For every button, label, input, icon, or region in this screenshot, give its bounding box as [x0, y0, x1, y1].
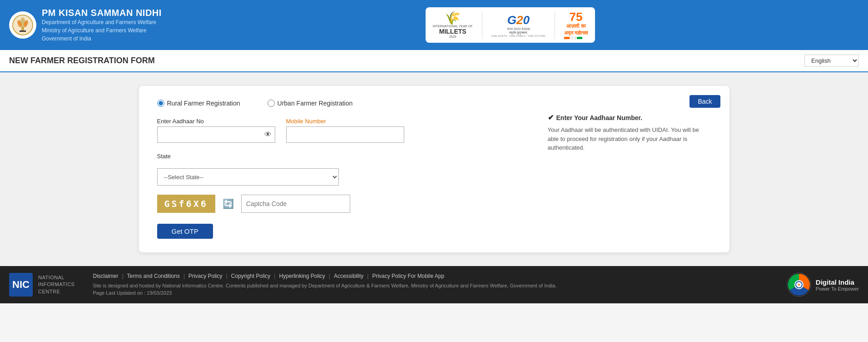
digital-india-tagline: Power To Empower — [816, 286, 859, 292]
g20-sub2: वसुधैव कुटुम्बकम् — [491, 31, 546, 35]
site-title: PM KISAN SAMMAN NIDHI — [42, 8, 162, 18]
aadhaar-input[interactable] — [157, 126, 275, 143]
captcha-image: GSf6X6 — [157, 195, 215, 213]
g20-logo: G20 भारत 2023 INDIA वसुधैव कुटुम्बकम् ON… — [491, 13, 546, 37]
mobile-input[interactable] — [286, 126, 404, 143]
g20-text: G20 — [491, 13, 546, 27]
footer-link-hyperlinking[interactable]: Hyperlinking Policy — [279, 273, 325, 279]
svg-rect-5 — [20, 30, 26, 32]
nic-section: NIC NATIONAL INFORMATICS CENTRE — [9, 273, 74, 297]
footer-link-copyright[interactable]: Copyright Policy — [231, 273, 271, 279]
site-footer: NIC NATIONAL INFORMATICS CENTRE Disclaim… — [0, 266, 868, 303]
divider — [482, 11, 482, 39]
dept-line1: Department of Agriculture and Farmers We… — [42, 18, 162, 26]
azadi-logo: 75 आज़ादी का अमृत महोत्सव — [564, 11, 588, 39]
footer-info-line1: Site is designed and hosted by National … — [93, 282, 768, 290]
captcha-row: GSf6X6 🔄 — [157, 195, 711, 213]
nic-badge: NIC — [9, 273, 33, 297]
info-title-row: ✔ Enter Your Aadhaar Number. — [548, 113, 702, 122]
azadi-text: आज़ादी का अमृत महोत्सव — [564, 23, 588, 36]
aadhaar-label: Enter Aadhaar No — [157, 118, 275, 125]
aadhaar-mobile-section: Enter Aadhaar No 👁 Mobile Number — [157, 118, 439, 143]
digital-india-name: Digital India — [816, 278, 859, 286]
eye-icon[interactable]: 👁 — [264, 131, 272, 139]
footer-link-accessibility[interactable]: Accessibility — [334, 273, 363, 279]
footer-link-privacy[interactable]: Privacy Policy — [188, 273, 223, 279]
emblem-icon — [9, 11, 36, 39]
g20-tagline: ONE EARTH · ONE FAMILY · ONE FUTURE — [491, 35, 546, 37]
footer-link-mobile-privacy[interactable]: Privacy Policy For Mobile App — [372, 273, 444, 279]
urban-label: Urban Farmer Registration — [278, 100, 353, 107]
footer-link-terms[interactable]: Terms and Conditions — [127, 273, 180, 279]
aadhaar-field-group: Enter Aadhaar No 👁 — [157, 118, 275, 143]
site-title-block: PM KISAN SAMMAN NIDHI Department of Agri… — [42, 8, 162, 43]
banner-logos: 🌾 INTERNATIONAL YEAR OF MILLETS 2023 G20… — [426, 7, 595, 43]
urban-radio[interactable] — [268, 100, 275, 107]
footer-links: Disclaimer | Terms and Conditions | Priv… — [93, 273, 768, 279]
captcha-input[interactable] — [241, 195, 350, 213]
registration-type-row: Rural Farmer Registration Urban Farmer R… — [157, 100, 711, 107]
site-header: PM KISAN SAMMAN NIDHI Department of Agri… — [0, 0, 868, 50]
mobile-field-group: Mobile Number — [286, 118, 404, 143]
checkmark-icon: ✔ — [548, 113, 554, 122]
footer-link-disclaimer[interactable]: Disclaimer — [93, 273, 118, 279]
rural-label: Rural Farmer Registration — [167, 100, 240, 107]
dept-line3: Government of India — [42, 35, 162, 43]
millets-label: INTERNATIONAL YEAR OF — [433, 25, 473, 28]
dept-line2: Ministry of Agriculture and Farmers Welf… — [42, 26, 162, 35]
footer-center: Disclaimer | Terms and Conditions | Priv… — [74, 273, 786, 297]
divider2 — [555, 11, 555, 39]
footer-info-line2: Page Last Updated on : 19/03/2023 — [93, 289, 768, 297]
aadhaar-info-panel: ✔ Enter Your Aadhaar Number. Your Aadhaa… — [548, 113, 702, 152]
page-title: NEW FARMER REGISTRATION FORM — [9, 56, 155, 65]
state-select[interactable]: --Select State-- — [157, 168, 339, 186]
back-button[interactable]: Back — [689, 95, 720, 108]
svg-point-9 — [798, 284, 800, 286]
nic-full-name: NATIONAL INFORMATICS CENTRE — [38, 274, 74, 295]
g20-sub: भारत 2023 INDIA — [491, 27, 546, 31]
urban-farmer-option[interactable]: Urban Farmer Registration — [268, 100, 353, 107]
digital-india-section: Digital India Power To Empower — [787, 272, 859, 297]
rural-radio[interactable] — [157, 100, 164, 107]
millets-year: MILLETS — [433, 28, 473, 35]
digital-india-icon — [787, 272, 811, 297]
digital-india-logo — [787, 272, 811, 297]
language-selector[interactable]: English हिंदी — [804, 55, 859, 67]
svg-rect-4 — [21, 26, 24, 31]
mobile-label: Mobile Number — [286, 118, 404, 125]
rural-farmer-option[interactable]: Rural Farmer Registration — [157, 100, 240, 107]
aadhaar-input-wrapper: 👁 — [157, 126, 275, 143]
site-logo: PM KISAN SAMMAN NIDHI Department of Agri… — [9, 8, 162, 43]
state-label: State — [157, 153, 171, 160]
state-field-group: State --Select State-- — [157, 152, 339, 186]
registration-form-card: Back Rural Farmer Registration Urban Far… — [139, 86, 729, 252]
subheader: NEW FARMER REGISTRATION FORM English हिं… — [0, 50, 868, 72]
digital-india-text: Digital India Power To Empower — [816, 278, 859, 292]
refresh-captcha-icon[interactable]: 🔄 — [223, 198, 234, 209]
info-description: Your Aadhaar will be authenticated with … — [548, 126, 702, 152]
main-content: Back Rural Farmer Registration Urban Far… — [0, 72, 868, 266]
millets-logo: 🌾 INTERNATIONAL YEAR OF MILLETS 2023 — [433, 12, 473, 38]
millets-num: 2023 — [433, 35, 473, 38]
get-otp-button[interactable]: Get OTP — [157, 224, 213, 239]
info-title-text: Enter Your Aadhaar Number. — [556, 114, 643, 121]
